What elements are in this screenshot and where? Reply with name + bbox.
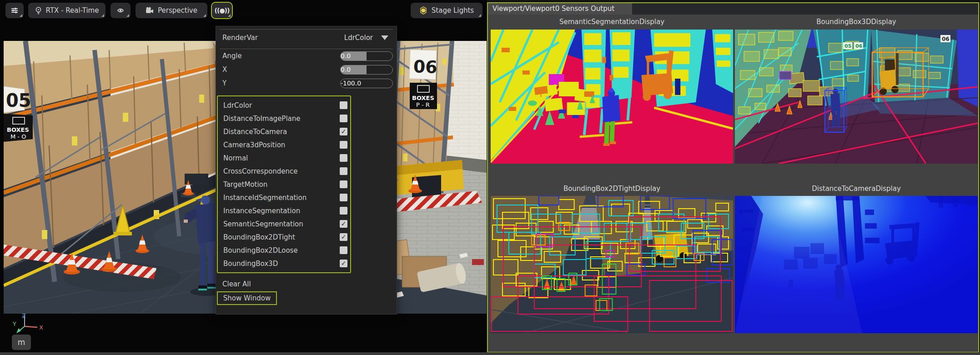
slider-input[interactable]: -100.0 [340, 79, 393, 88]
sensor-option-row[interactable]: BoundingBox3D [218, 257, 350, 270]
eye-icon [116, 7, 125, 14]
sensor-option-label: CrossCorrespondence [223, 167, 340, 175]
slider-row: X 0.0 [216, 63, 397, 76]
checkbox[interactable] [340, 128, 347, 135]
camera-label: Perspective [158, 6, 197, 15]
slider-rows: Angle 0.0 X 0.0 Y -100.0 [216, 49, 397, 90]
svg-text:06: 06 [942, 36, 950, 42]
panel-tab-bar: Viewport/Viewport0 Sensors Output [488, 3, 978, 15]
svg-text:M - O: M - O [10, 133, 26, 140]
sensor-option-label: Camera3dPosition [223, 141, 340, 149]
svg-text:X: X [39, 324, 43, 331]
sensor-option-label: DistanceToCamera [223, 128, 340, 136]
sliders-icon [10, 7, 19, 14]
checkbox[interactable] [340, 246, 347, 254]
renderer-label: RTX - Real-Time [46, 6, 99, 15]
axis-gizmo: Z X Y [11, 313, 45, 335]
stage-lights-label: Stage Lights [432, 6, 474, 15]
checkbox[interactable] [340, 167, 347, 175]
unit-button[interactable]: m [12, 335, 31, 350]
rendervar-label: RenderVar [222, 34, 258, 42]
svg-text:06: 06 [855, 43, 863, 49]
quadrant-label-bbox3d: BoundingBox3DDisplay [735, 15, 978, 29]
chevron-down-icon[interactable] [381, 35, 388, 40]
sensor-option-label: DistanceToImagePlane [223, 115, 340, 123]
checkbox[interactable] [340, 207, 347, 215]
semantic-segmentation-image [491, 30, 733, 164]
svg-text:05: 05 [844, 43, 851, 49]
lightbulb-icon [35, 6, 42, 15]
quadrant-label-bbox2d: BoundingBox2DTightDisplay [491, 181, 733, 196]
sensor-option-row[interactable]: InstanceSegmentation [218, 204, 350, 217]
checkbox[interactable] [340, 154, 347, 162]
sensor-option-row[interactable]: TargetMotion [218, 178, 350, 191]
sensor-option-row[interactable]: BoundingBox2DTight [218, 230, 350, 244]
visibility-button[interactable] [111, 3, 131, 18]
window-footer [0, 352, 980, 355]
svg-text:Z: Z [22, 313, 26, 319]
renderer-button[interactable]: RTX - Real-Time [28, 3, 106, 18]
sensor-option-row[interactable]: SemanticSegmentation [218, 217, 350, 230]
stage-lights-button[interactable]: Stage Lights [411, 3, 482, 18]
stage-light-icon [419, 6, 427, 15]
checkbox[interactable] [340, 101, 347, 109]
quadrant-label-semantic: SemanticSegmentationDisplay [491, 15, 733, 29]
sensor-option-row[interactable]: DistanceToCamera [218, 125, 350, 138]
clear-all-button[interactable]: Clear All [216, 279, 397, 290]
quadrant-label-distance: DistanceToCameraDisplay [735, 181, 978, 196]
sensors-button[interactable]: ((●)) [212, 3, 232, 18]
slider-row: Y -100.0 [216, 76, 397, 90]
sensor-option-row[interactable]: InstanceIdSegmentation [218, 191, 350, 204]
bounding-box-3d-image: 05 06 06 [735, 30, 978, 164]
slider-label: X [222, 65, 340, 74]
camera-button[interactable]: Perspective [136, 3, 207, 18]
sensor-option-label: InstanceIdSegmentation [223, 194, 340, 202]
sensor-option-label: Normal [223, 154, 340, 162]
sensor-option-label: BoundingBox2DLoose [223, 246, 340, 255]
app-window: 05 BOXES M - O [0, 0, 980, 355]
sensor-option-label: BoundingBox2DTight [223, 233, 340, 241]
slider-input[interactable]: 0.0 [340, 51, 393, 61]
sensor-option-label: BoundingBox3D [223, 260, 340, 268]
sensor-options-list: LdrColor DistanceToImagePlane DistanceTo… [217, 95, 351, 273]
svg-text:P - R: P - R [416, 101, 430, 108]
slider-row: Angle 0.0 [216, 49, 397, 63]
svg-text:06: 06 [413, 56, 437, 77]
checkbox[interactable] [340, 194, 347, 201]
viewport-settings-button[interactable] [5, 3, 24, 18]
sensor-option-label: LdrColor [223, 101, 340, 110]
sensors-output-panel: Viewport/Viewport0 Sensors Output Semant… [487, 2, 979, 353]
sensor-option-row[interactable]: Normal [218, 151, 350, 165]
checkbox[interactable] [340, 233, 347, 241]
sensor-option-row[interactable]: LdrColor [218, 99, 350, 112]
sensor-option-row[interactable]: Camera3dPosition [218, 138, 350, 151]
slider-label: Y [222, 79, 340, 87]
panel-tab[interactable]: Viewport/Viewport0 Sensors Output [488, 3, 632, 15]
svg-text:BOXES: BOXES [7, 126, 29, 133]
sensor-option-label: SemanticSegmentation [223, 220, 340, 228]
distance-to-camera-image [735, 196, 978, 333]
rendervar-row[interactable]: RenderVar LdrColor [216, 30, 397, 46]
sensor-option-label: TargetMotion [223, 180, 340, 189]
slider-input[interactable]: 0.0 [340, 65, 393, 75]
sensors-icon: ((●)) [215, 7, 230, 14]
svg-text:BOXES: BOXES [412, 95, 434, 101]
sensor-dropdown-menu: RenderVar LdrColor Angle 0.0 X 0.0 Y -10… [216, 26, 397, 315]
sensor-option-row[interactable]: DistanceToImagePlane [218, 112, 350, 125]
svg-text:Y: Y [12, 320, 16, 327]
viewport-toolbar: RTX - Real-Time Perspective ((●)) [0, 0, 487, 25]
slider-label: Angle [222, 52, 340, 60]
bounding-box-2d-image [491, 196, 733, 333]
checkbox[interactable] [340, 260, 347, 267]
show-window-button[interactable]: Show Window [217, 291, 277, 305]
checkbox[interactable] [340, 141, 347, 149]
svg-text:05: 05 [6, 90, 31, 111]
rendervar-value[interactable]: LdrColor [344, 34, 373, 42]
video-camera-icon [146, 7, 154, 14]
checkbox[interactable] [340, 220, 347, 228]
checkbox[interactable] [340, 180, 347, 188]
checkbox[interactable] [340, 115, 347, 122]
sensor-option-label: InstanceSegmentation [223, 207, 340, 215]
sensor-option-row[interactable]: BoundingBox2DLoose [218, 244, 350, 257]
sensor-option-row[interactable]: CrossCorrespondence [218, 165, 350, 178]
